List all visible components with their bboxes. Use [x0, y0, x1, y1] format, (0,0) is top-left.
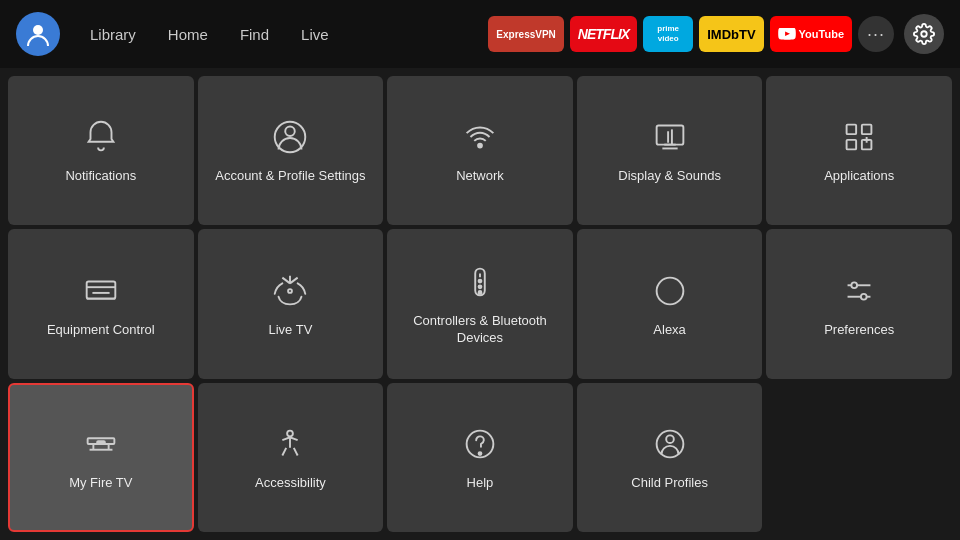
svg-rect-10: [847, 140, 857, 150]
svg-point-21: [288, 289, 292, 293]
avatar[interactable]: [16, 12, 60, 56]
svg-point-0: [33, 25, 43, 35]
svg-point-30: [852, 282, 858, 288]
svg-point-3: [286, 127, 296, 137]
nav-live[interactable]: Live: [287, 20, 343, 49]
svg-line-20: [290, 277, 298, 283]
app-prime[interactable]: primevideo: [643, 16, 693, 52]
applications-label: Applications: [824, 168, 894, 185]
settings-grid: Notifications Account & Profile Settings…: [0, 68, 960, 540]
nav-links: Library Home Find Live: [76, 20, 343, 49]
grid-item-account-profile[interactable]: Account & Profile Settings: [198, 76, 384, 225]
network-label: Network: [456, 168, 504, 185]
app-netflix[interactable]: NETFLIX: [570, 16, 637, 52]
alexa-label: Alexa: [653, 322, 686, 339]
grid-item-equipment-control[interactable]: Equipment Control: [8, 229, 194, 378]
grid-item-help[interactable]: Help: [387, 383, 573, 532]
nav-library[interactable]: Library: [76, 20, 150, 49]
nav-find[interactable]: Find: [226, 20, 283, 49]
live-tv-label: Live TV: [268, 322, 312, 339]
svg-rect-14: [86, 281, 115, 298]
grid-item-accessibility[interactable]: Accessibility: [198, 383, 384, 532]
grid-item-my-fire-tv[interactable]: My Fire TV: [8, 383, 194, 532]
preferences-label: Preferences: [824, 322, 894, 339]
grid-item-controllers[interactable]: Controllers & Bluetooth Devices: [387, 229, 573, 378]
settings-button[interactable]: [904, 14, 944, 54]
app-imdb[interactable]: IMDbTV: [699, 16, 763, 52]
notifications-label: Notifications: [65, 168, 136, 185]
app-youtube[interactable]: YouTube: [770, 16, 852, 52]
svg-point-1: [921, 31, 927, 37]
my-fire-tv-label: My Fire TV: [69, 475, 132, 492]
account-profile-label: Account & Profile Settings: [215, 168, 365, 185]
app-icons: ExpressVPN NETFLIX primevideo IMDbTV You…: [488, 14, 944, 54]
display-sounds-label: Display & Sounds: [618, 168, 721, 185]
child-profiles-label: Child Profiles: [631, 475, 708, 492]
svg-rect-36: [97, 441, 105, 444]
svg-point-42: [666, 435, 674, 443]
svg-point-31: [861, 293, 867, 299]
svg-rect-8: [847, 125, 857, 135]
more-button[interactable]: ···: [858, 16, 894, 52]
grid-item-child-profiles[interactable]: Child Profiles: [577, 383, 763, 532]
svg-rect-9: [862, 125, 872, 135]
svg-rect-5: [656, 126, 683, 145]
grid-item-notifications[interactable]: Notifications: [8, 76, 194, 225]
grid-item-network[interactable]: Network: [387, 76, 573, 225]
grid-item-applications[interactable]: Applications: [766, 76, 952, 225]
help-label: Help: [467, 475, 494, 492]
app-expressvpn[interactable]: ExpressVPN: [488, 16, 563, 52]
svg-point-4: [478, 144, 482, 148]
svg-point-26: [479, 291, 482, 294]
grid-item-live-tv[interactable]: Live TV: [198, 229, 384, 378]
svg-point-24: [479, 280, 482, 283]
header: Library Home Find Live ExpressVPN NETFLI…: [0, 0, 960, 68]
svg-point-37: [288, 431, 294, 437]
svg-point-25: [479, 285, 482, 288]
nav-home[interactable]: Home: [154, 20, 222, 49]
grid-item-alexa[interactable]: Alexa: [577, 229, 763, 378]
grid-item-preferences[interactable]: Preferences: [766, 229, 952, 378]
svg-point-27: [656, 277, 683, 304]
grid-item-display-sounds[interactable]: Display & Sounds: [577, 76, 763, 225]
controllers-label: Controllers & Bluetooth Devices: [395, 313, 565, 347]
equipment-control-label: Equipment Control: [47, 322, 155, 339]
accessibility-label: Accessibility: [255, 475, 326, 492]
svg-line-19: [283, 277, 291, 283]
svg-point-40: [479, 452, 482, 455]
